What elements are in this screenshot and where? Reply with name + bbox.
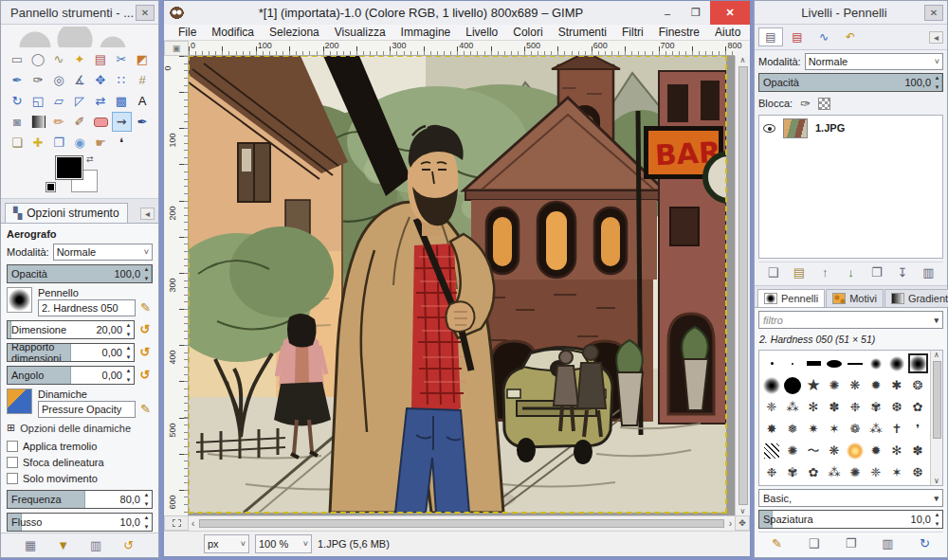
tool-crop[interactable]: # [133,70,153,90]
mode-select[interactable]: Normale˅ [53,244,153,261]
tool-align[interactable]: ∷ [112,70,132,90]
new-group-button[interactable]: ▤ [790,265,809,280]
brush-cell[interactable] [804,353,824,373]
horizontal-scrollbar[interactable]: ‹ › [189,515,735,531]
lock-pixels-icon[interactable]: ✑ [800,97,811,111]
brush-filter-input[interactable]: filtro ▾ [758,311,943,329]
toolbox-close-button[interactable]: ✕ [136,5,155,21]
brush-cell[interactable]: ✷ [804,419,824,439]
flow-slider[interactable]: Flusso 10,0 ▲▼ [7,513,153,532]
dock-close-button[interactable]: ✕ [924,5,943,21]
menu-modifica[interactable]: Modifica [205,25,261,40]
checkbox-applica-tremolio[interactable]: Applica tremolio [7,438,153,454]
tool-free-select[interactable]: ∿ [49,49,69,69]
menu-livello[interactable]: Livello [459,25,504,40]
delete-brush-button[interactable]: ▥ [879,536,898,551]
brush-cell[interactable]: ❜ [908,419,928,439]
tab-channels[interactable]: ▤ [785,27,810,46]
brush-cell[interactable]: 〜 [804,441,824,461]
brush-cell[interactable]: ❈ [866,462,886,482]
tool-shear[interactable]: ▱ [49,91,69,111]
menu-immagine[interactable]: Immagine [394,25,458,40]
menu-filtri[interactable]: Filtri [615,25,650,40]
quick-mask-toggle[interactable] [164,515,189,531]
tool-options-menu-button[interactable]: ◂ [140,208,155,220]
brush-cell[interactable]: ✺ [825,375,845,395]
tab-motivi[interactable]: Motivi [826,289,884,307]
tab-gradienti[interactable]: Gradienti [884,289,948,307]
brush-scroll-down-icon[interactable]: ∨ [934,477,939,485]
dynamics-icon[interactable] [7,388,32,414]
tool-pencil[interactable]: ✏ [49,112,69,132]
anchor-layer-button[interactable]: ↧ [893,265,912,280]
menu-finestre[interactable]: Finestre [652,25,706,40]
tool-color-picker[interactable]: ✑ [28,70,48,90]
brush-cell[interactable] [783,375,803,395]
edit-brush-button[interactable]: ✎ [768,536,787,551]
foreground-color-swatch[interactable] [56,156,82,179]
brush-cell[interactable]: ❆ [887,397,907,417]
tool-perspective-clone[interactable]: ❐ [49,133,69,153]
navigation-button[interactable]: ✥ [735,515,750,531]
scroll-down-icon[interactable]: ∨ [740,507,746,515]
tool-dodge-burn[interactable]: ❛ [112,133,132,153]
angle-slider[interactable]: Angolo 0,00 ▲▼ [7,366,135,385]
swap-colors-icon[interactable]: ⇄ [86,154,94,164]
rate-slider[interactable]: Frequenza 80,0 ▲▼ [7,490,153,509]
brush-cell[interactable]: ❋ [825,441,845,461]
tool-ink[interactable]: ✒ [133,112,153,132]
brush-scrollbar-thumb[interactable] [933,361,941,439]
duplicate-brush-button[interactable]: ❐ [842,536,861,551]
brush-cell[interactable]: ❁ [846,419,866,439]
tab-layers[interactable]: ▤ [758,27,783,46]
tool-scissors-select[interactable]: ✂ [112,49,132,69]
tool-text[interactable]: A [133,91,153,111]
brush-preview[interactable] [7,287,32,313]
horizontal-ruler[interactable]: 0100200300400500600700800 [189,41,735,56]
save-options-button[interactable]: ▦ [21,538,40,553]
tool-rect-select[interactable]: ▭ [8,49,27,69]
brush-cell[interactable]: ❉ [762,462,782,482]
tool-ellipse-select[interactable]: ◯ [28,49,48,69]
layer-row[interactable]: 1.JPG [759,116,942,140]
layer-thumbnail[interactable] [783,118,808,138]
brush-cell[interactable]: ❂ [908,375,928,395]
tool-heal[interactable]: ✚ [28,133,48,153]
tool-measure[interactable]: ∡ [70,70,90,90]
checkbox-box[interactable] [7,457,18,468]
tool-clone[interactable]: ❏ [8,133,27,153]
vertical-scrollbar-thumb[interactable] [738,66,748,505]
tool-smudge[interactable]: ☛ [91,133,111,153]
brush-cell[interactable]: ✻ [804,397,824,417]
checkbox-box[interactable] [7,473,18,484]
brush-cell[interactable]: ✿ [804,462,824,482]
tool-eraser[interactable] [94,117,108,127]
close-button[interactable]: ✕ [710,1,750,25]
checkbox-solo-movimento[interactable]: Solo movimento [7,470,153,486]
brush-cell[interactable]: ✽ [908,441,928,461]
brush-cell[interactable] [866,353,886,373]
reset-aspect-button[interactable]: ↺ [137,345,153,360]
tool-move[interactable]: ✥ [91,70,111,90]
opacity-slider[interactable]: Opacità 100,0 ▲▼ [7,264,153,283]
raise-layer-button[interactable]: ↑ [815,265,834,280]
brush-cell[interactable] [783,353,803,373]
reset-options-button[interactable]: ↺ [119,538,138,553]
brush-cell[interactable]: ★ [804,375,824,395]
menu-aiuto[interactable]: Aiuto [708,25,747,40]
unit-select[interactable]: px˅ [204,534,249,553]
scroll-left-icon[interactable]: ‹ [189,518,197,529]
brush-cell[interactable]: ✹ [866,441,886,461]
lower-layer-button[interactable]: ↓ [841,265,860,280]
vertical-scrollbar[interactable]: ∧ ∨ [735,56,750,515]
dynamics-options-expander[interactable]: ⊞ Opzioni delle dinamiche [7,422,153,434]
brush-cell[interactable]: ✻ [887,441,907,461]
size-slider[interactable]: Dimensione 20,00 ▲▼ [7,320,135,339]
delete-layer-button[interactable]: ▥ [919,265,938,280]
tool-paintbrush[interactable]: ✐ [70,112,90,132]
checkbox-sfoca-delineatura[interactable]: Sfoca delineatura [7,454,153,470]
tool-paths[interactable]: ✒ [8,70,27,90]
brush-cell[interactable]: ✿ [908,397,928,417]
minimize-button[interactable]: – [653,1,682,25]
maximize-button[interactable]: ❒ [682,1,710,25]
